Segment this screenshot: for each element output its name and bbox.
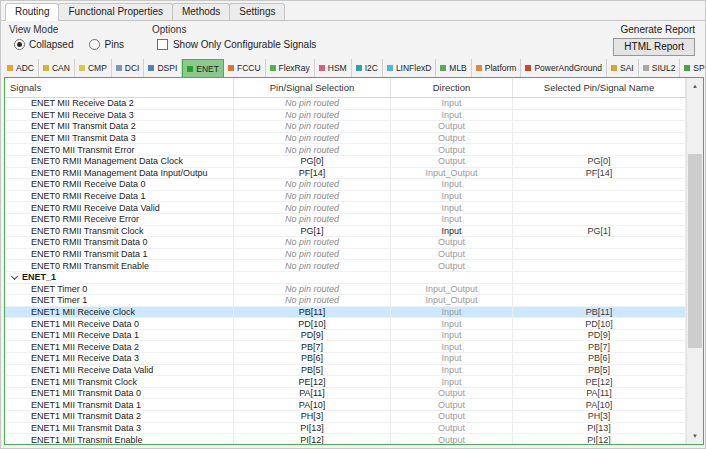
table-row[interactable]: ENET1 MII Transmit Data 1 PA[10] Output … <box>5 399 686 411</box>
table-row[interactable]: ENET0 RMII Receive Data 1 No pin routed … <box>5 191 686 203</box>
pin-selection-cell[interactable]: PA[10] <box>234 399 391 410</box>
peripheral-tab-can[interactable]: CAN <box>39 59 75 77</box>
tab-methods[interactable]: Methods <box>172 3 230 20</box>
peripheral-tab-spi[interactable]: SPI <box>680 59 705 77</box>
peripheral-tab-mlb[interactable]: MLB <box>436 59 471 77</box>
peripheral-tab-i2c[interactable]: I2C <box>352 59 383 77</box>
pin-selection-cell[interactable]: No pin routed <box>234 191 391 202</box>
table-row[interactable]: ENET0 RMII Management Data Input/Outpu P… <box>5 168 686 180</box>
peripheral-tab-powerandground[interactable]: PowerAndGround <box>521 59 607 77</box>
pin-selection-cell[interactable]: PB[6] <box>234 353 391 364</box>
peripheral-label: CMP <box>88 63 107 73</box>
pin-selection-cell[interactable]: PB[5] <box>234 365 391 376</box>
radio-button-icon[interactable] <box>89 39 100 50</box>
table-row[interactable]: ENET1 MII Receive Data 0 PD[10] Input PD… <box>5 318 686 330</box>
show-only-configurable-checkbox[interactable]: Show Only Configurable Signals <box>152 39 316 50</box>
table-row[interactable]: ENET0 RMII Transmit Data 0 No pin routed… <box>5 237 686 249</box>
column-header-selected-pin-signal-name[interactable]: Selected Pin/Signal Name <box>513 78 686 97</box>
html-report-button[interactable]: HTML Report <box>613 38 695 56</box>
pin-selection-cell[interactable]: No pin routed <box>234 295 391 306</box>
table-row[interactable]: ENET1 MII Transmit Data 2 PH[3] Output P… <box>5 411 686 423</box>
collapse-chevron-icon[interactable] <box>11 273 18 280</box>
scrollbar-track[interactable] <box>687 94 703 428</box>
pin-selection-cell[interactable]: PB[7] <box>234 341 391 352</box>
pin-selection-cell[interactable]: PI[12] <box>234 434 391 444</box>
tab-routing[interactable]: Routing <box>5 3 59 21</box>
peripheral-tab-fccu[interactable]: FCCU <box>224 59 266 77</box>
table-row[interactable]: ENET0 RMII Receive Data 0 No pin routed … <box>5 179 686 191</box>
table-row[interactable]: ENET1 MII Transmit Enable PI[12] Output … <box>5 434 686 444</box>
pin-selection-cell[interactable]: PD[10] <box>234 318 391 329</box>
peripheral-tab-linflexd[interactable]: LINFlexD <box>383 59 436 77</box>
pin-selection-cell[interactable]: No pin routed <box>234 98 391 109</box>
tab-functional-properties[interactable]: Functional Properties <box>58 3 173 20</box>
peripheral-tab-adc[interactable]: ADC <box>3 59 39 77</box>
scrollbar-thumb[interactable] <box>688 154 702 348</box>
table-row[interactable]: ENET MII Transmit Data 2 No pin routed O… <box>5 121 686 133</box>
table-row[interactable]: ENET0 RMII Receive Data Valid No pin rou… <box>5 202 686 214</box>
radio-button-icon[interactable] <box>14 39 25 50</box>
table-row[interactable]: ENET1 MII Receive Data 2 PB[7] Input PB[… <box>5 341 686 353</box>
pin-selection-cell[interactable]: No pin routed <box>234 214 391 225</box>
table-row[interactable]: ENET1 MII Receive Data 1 PD[9] Input PD[… <box>5 330 686 342</box>
pin-selection-cell[interactable]: PA[11] <box>234 388 391 399</box>
pin-selection-cell[interactable]: PG[1] <box>234 226 391 237</box>
peripheral-tab-enet[interactable]: ENET <box>182 59 224 77</box>
table-row[interactable]: ENET1 MII Receive Data 3 PB[6] Input PB[… <box>5 353 686 365</box>
pin-selection-cell[interactable]: No pin routed <box>234 284 391 295</box>
peripheral-tab-siul2[interactable]: SIUL2 <box>639 59 681 77</box>
table-row[interactable]: ENET0 RMII Transmit Enable No pin routed… <box>5 260 686 272</box>
peripheral-tab-dci[interactable]: DCI <box>112 59 145 77</box>
radio-pins[interactable]: Pins <box>89 39 123 50</box>
table-row[interactable]: ENET MII Receive Data 2 No pin routed In… <box>5 98 686 110</box>
pin-selection-cell[interactable]: No pin routed <box>234 202 391 213</box>
table-row[interactable]: ENET MII Receive Data 3 No pin routed In… <box>5 110 686 122</box>
pin-selection-cell[interactable]: No pin routed <box>234 249 391 260</box>
table-row[interactable]: ENET1 MII Receive Data Valid PB[5] Input… <box>5 365 686 377</box>
table-row[interactable]: ENET MII Transmit Data 3 No pin routed O… <box>5 133 686 145</box>
pin-selection-cell[interactable]: PH[3] <box>234 411 391 422</box>
pin-selection-cell[interactable]: No pin routed <box>234 179 391 190</box>
table-row[interactable]: ENET1 MII Transmit Data 0 PA[11] Output … <box>5 388 686 400</box>
pin-selection-cell[interactable]: No pin routed <box>234 110 391 121</box>
table-row[interactable]: ENET0 MII Transmit Error No pin routed O… <box>5 144 686 156</box>
peripheral-tab-sai[interactable]: SAI <box>607 59 639 77</box>
radio-collapsed[interactable]: Collapsed <box>14 39 73 50</box>
column-header-direction[interactable]: Direction <box>391 78 513 97</box>
peripheral-tab-dspi[interactable]: DSPI <box>144 59 182 77</box>
scroll-up-icon[interactable]: ▲ <box>687 78 703 94</box>
table-row[interactable]: ENET0 RMII Transmit Clock PG[1] Input PG… <box>5 226 686 238</box>
pin-selection-cell[interactable]: No pin routed <box>234 237 391 248</box>
table-row[interactable]: ENET Timer 0 No pin routed Input_Output <box>5 284 686 296</box>
pin-selection-cell[interactable]: No pin routed <box>234 133 391 144</box>
column-header-pin-signal-selection[interactable]: Pin/Signal Selection <box>234 78 391 97</box>
pin-selection-cell[interactable]: PI[13] <box>234 423 391 434</box>
pin-selection-cell[interactable]: PF[14] <box>234 168 391 179</box>
scroll-down-icon[interactable]: ▼ <box>687 428 703 444</box>
pin-selection-cell[interactable]: No pin routed <box>234 144 391 155</box>
pin-selection-cell[interactable]: No pin routed <box>234 260 391 271</box>
peripheral-label: DCI <box>125 63 140 73</box>
column-header-signals[interactable]: Signals <box>5 78 234 97</box>
checkbox-box-icon[interactable] <box>157 39 168 50</box>
pin-selection-cell[interactable]: PG[0] <box>234 156 391 167</box>
peripheral-color-icon <box>228 65 234 71</box>
table-row[interactable]: ENET1 MII Transmit Data 3 PI[13] Output … <box>5 423 686 435</box>
pin-selection-cell[interactable]: No pin routed <box>234 121 391 132</box>
pin-selection-cell[interactable]: PB[11] <box>234 307 391 318</box>
peripheral-tab-hsm[interactable]: HSM <box>315 59 352 77</box>
vertical-scrollbar[interactable]: ▲ ▼ <box>686 78 703 444</box>
table-row[interactable]: ENET0 RMII Receive Error No pin routed I… <box>5 214 686 226</box>
pin-selection-cell[interactable]: PE[12] <box>234 376 391 387</box>
table-row[interactable]: ENET1 MII Transmit Clock PE[12] Input PE… <box>5 376 686 388</box>
table-row[interactable]: ENET1 MII Receive Clock PB[11] Input PB[… <box>5 307 686 319</box>
table-row[interactable]: ENET0 RMII Transmit Data 1 No pin routed… <box>5 249 686 261</box>
table-row[interactable]: ENET Timer 1 No pin routed Input_Output <box>5 295 686 307</box>
pin-selection-cell[interactable]: PD[9] <box>234 330 391 341</box>
peripheral-tab-platform[interactable]: Platform <box>472 59 522 77</box>
table-row[interactable]: ENET0 RMII Management Data Clock PG[0] O… <box>5 156 686 168</box>
tab-settings[interactable]: Settings <box>229 3 285 20</box>
peripheral-tab-cmp[interactable]: CMP <box>75 59 112 77</box>
peripheral-tab-flexray[interactable]: FlexRay <box>266 59 315 77</box>
group-row[interactable]: ENET_1 <box>5 272 686 284</box>
